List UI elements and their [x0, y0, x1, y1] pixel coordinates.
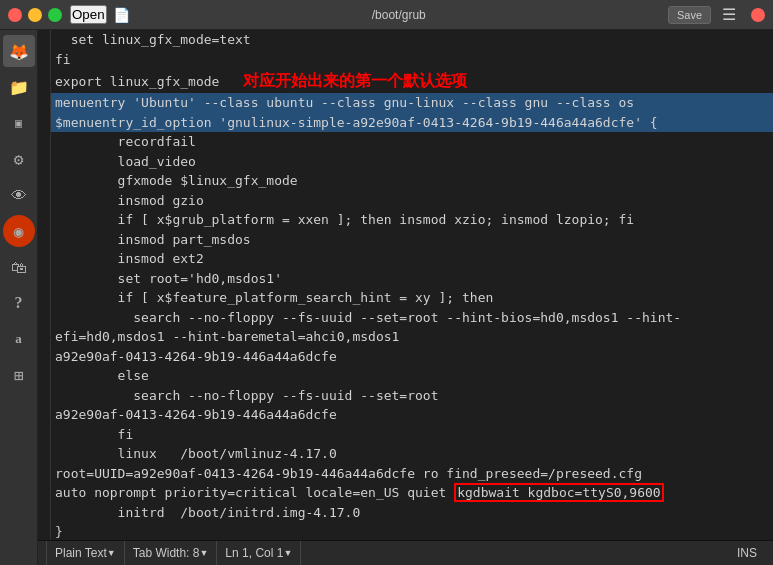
line-number — [38, 425, 51, 445]
titlebar-actions: Save ☰ — [668, 3, 765, 26]
line-content: insmod ext2 — [51, 249, 773, 269]
line-content: auto noprompt priority=critical locale=e… — [51, 483, 773, 503]
table-row: set linux_gfx_mode=text — [38, 30, 773, 50]
line-content: export linux_gfx_mode 对应开始出来的第一个默认选项 — [51, 69, 773, 93]
insert-mode-indicator: INS — [729, 546, 765, 560]
line-number — [38, 171, 51, 191]
line-number — [38, 288, 51, 308]
window-controls — [8, 8, 62, 22]
line-content: fi — [51, 50, 773, 70]
line-content: menuentry 'Ubuntu' --class ubuntu --clas… — [51, 93, 773, 113]
table-row: a92e90af-0413-4264-9b19-446a44a6dcfe — [38, 347, 773, 367]
table-row: if [ x$grub_platform = xxen ]; then insm… — [38, 210, 773, 230]
line-number — [38, 132, 51, 152]
code-content[interactable]: set linux_gfx_mode=text fi export linux_… — [38, 30, 773, 540]
minimize-button[interactable] — [28, 8, 42, 22]
close-button[interactable] — [8, 8, 22, 22]
line-content: search --no-floppy --fs-uuid --set=root … — [51, 308, 773, 328]
line-number — [38, 522, 51, 540]
sidebar: 🦊 📁 ▣ ⚙ 👁 ◉ 🛍 ? a ⊞ — [0, 30, 38, 565]
table-row: else — [38, 366, 773, 386]
line-number — [38, 69, 51, 93]
sidebar-amazon[interactable]: a — [3, 323, 35, 355]
sidebar-ubuntu[interactable]: ◉ — [3, 215, 35, 247]
line-content: if [ x$feature_platform_search_hint = xy… — [51, 288, 773, 308]
line-content: set root='hd0,msdos1' — [51, 269, 773, 289]
table-row: a92e90af-0413-4264-9b19-446a44a6dcfe — [38, 405, 773, 425]
sidebar-store[interactable]: 🛍 — [3, 251, 35, 283]
table-row: set root='hd0,msdos1' — [38, 269, 773, 289]
line-content: linux /boot/vmlinuz-4.17.0 — [51, 444, 773, 464]
line-content: set linux_gfx_mode=text — [51, 30, 773, 50]
line-number — [38, 30, 51, 50]
line-content: gfxmode $linux_gfx_mode — [51, 171, 773, 191]
sidebar-settings[interactable]: ⚙ — [3, 143, 35, 175]
table-row: load_video — [38, 152, 773, 172]
position-indicator[interactable]: Ln 1, Col 1 — [217, 541, 301, 565]
table-row: auto noprompt priority=critical locale=e… — [38, 483, 773, 503]
kgdb-annotation-box: kgdbwait kgdboc=ttyS0,9600 — [454, 483, 664, 502]
line-number — [38, 269, 51, 289]
line-content: insmod gzio — [51, 191, 773, 211]
line-number — [38, 210, 51, 230]
editor-area: set linux_gfx_mode=text fi export linux_… — [38, 30, 773, 565]
line-content: initrd /boot/initrd.img-4.17.0 — [51, 503, 773, 523]
line-number — [38, 483, 51, 503]
line-number — [38, 152, 51, 172]
save-button[interactable]: Save — [668, 6, 711, 24]
table-row: initrd /boot/initrd.img-4.17.0 — [38, 503, 773, 523]
line-number — [38, 327, 51, 347]
line-content: } — [51, 522, 773, 540]
table-row: } — [38, 522, 773, 540]
table-row: insmod ext2 — [38, 249, 773, 269]
file-icon: 📄 — [113, 7, 130, 23]
line-number — [38, 464, 51, 484]
sidebar-eye[interactable]: 👁 — [3, 179, 35, 211]
line-number — [38, 366, 51, 386]
line-content: recordfail — [51, 132, 773, 152]
line-number — [38, 50, 51, 70]
tabwidth-selector[interactable]: Tab Width: 8 — [125, 541, 218, 565]
sidebar-terminal[interactable]: ▣ — [3, 107, 35, 139]
table-row: search --no-floppy --fs-uuid --set=root … — [38, 308, 773, 328]
line-number — [38, 249, 51, 269]
line-content: root=UUID=a92e90af-0413-4264-9b19-446a44… — [51, 464, 773, 484]
line-content: a92e90af-0413-4264-9b19-446a44a6dcfe — [51, 347, 773, 367]
table-row: fi — [38, 50, 773, 70]
sidebar-help[interactable]: ? — [3, 287, 35, 319]
maximize-button[interactable] — [48, 8, 62, 22]
table-row: if [ x$feature_platform_search_hint = xy… — [38, 288, 773, 308]
code-lines: set linux_gfx_mode=text fi export linux_… — [38, 30, 773, 540]
line-content: search --no-floppy --fs-uuid --set=root — [51, 386, 773, 406]
table-row: search --no-floppy --fs-uuid --set=root — [38, 386, 773, 406]
line-content: else — [51, 366, 773, 386]
table-row: efi=hd0,msdos1 --hint-baremetal=ahci0,ms… — [38, 327, 773, 347]
line-content: $menuentry_id_option 'gnulinux-simple-a9… — [51, 113, 773, 133]
line-number — [38, 347, 51, 367]
line-content: if [ x$grub_platform = xxen ]; then insm… — [51, 210, 773, 230]
line-content: fi — [51, 425, 773, 445]
sidebar-firefox[interactable]: 🦊 — [3, 35, 35, 67]
open-button[interactable]: Open — [70, 5, 107, 24]
table-row: export linux_gfx_mode 对应开始出来的第一个默认选项 — [38, 69, 773, 93]
window-title: /boot/grub — [130, 8, 668, 22]
table-row: insmod gzio — [38, 191, 773, 211]
line-content: efi=hd0,msdos1 --hint-baremetal=ahci0,ms… — [51, 327, 773, 347]
statusbar: Plain Text Tab Width: 8 Ln 1, Col 1 INS — [38, 540, 773, 565]
line-content: insmod part_msdos — [51, 230, 773, 250]
table-row: fi — [38, 425, 773, 445]
line-number — [38, 191, 51, 211]
table-row: gfxmode $linux_gfx_mode — [38, 171, 773, 191]
filetype-selector[interactable]: Plain Text — [46, 541, 125, 565]
titlebar: Open 📄 /boot/grub Save ☰ — [0, 0, 773, 30]
sidebar-folder[interactable]: 📁 — [3, 71, 35, 103]
line-number — [38, 405, 51, 425]
line-number — [38, 230, 51, 250]
menu-button[interactable]: ☰ — [717, 3, 741, 26]
sidebar-apps[interactable]: ⊞ — [3, 359, 35, 391]
line-number — [38, 503, 51, 523]
table-row: insmod part_msdos — [38, 230, 773, 250]
close-button-right[interactable] — [751, 8, 765, 22]
line-number — [38, 308, 51, 328]
line-content: load_video — [51, 152, 773, 172]
